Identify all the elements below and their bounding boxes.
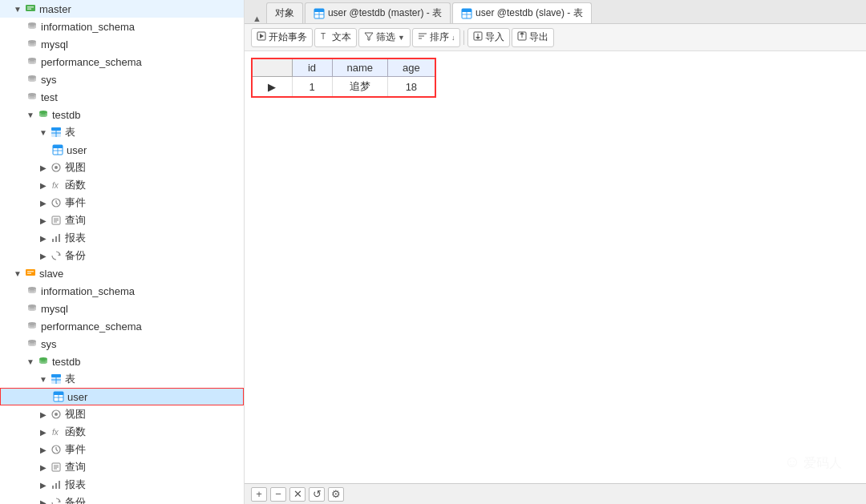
backup-icon-slave bbox=[50, 496, 63, 504]
svg-rect-58 bbox=[55, 483, 57, 489]
col-header-id[interactable]: id bbox=[292, 58, 332, 77]
close-button[interactable]: ✕ bbox=[289, 487, 306, 502]
sidebar-item-slave-performance-schema[interactable]: performance_schema bbox=[0, 317, 244, 335]
tab-object[interactable]: 对象 bbox=[266, 2, 303, 23]
sidebar-item-master-mysql[interactable]: mysql bbox=[0, 35, 244, 53]
remove-row-button[interactable]: − bbox=[270, 487, 286, 502]
sidebar-item-master-test[interactable]: test bbox=[0, 88, 244, 106]
table-row: ▶ 1 追梦 18 bbox=[252, 77, 435, 98]
cell-id-1[interactable]: 1 bbox=[292, 77, 332, 98]
tab-slave-table[interactable]: user @testdb (slave) - 表 bbox=[452, 2, 592, 23]
sidebar-item-master-tables[interactable]: ▼ 表 bbox=[0, 123, 244, 141]
sidebar-item-slave-views[interactable]: ▶ 视图 bbox=[0, 405, 244, 423]
db-icon-4 bbox=[26, 73, 38, 86]
filter-button[interactable]: 筛选 ▼ bbox=[358, 28, 411, 47]
tab-slave-table-label: user @testdb (slave) - 表 bbox=[475, 6, 583, 20]
sidebar-item-slave-sys[interactable]: sys bbox=[0, 335, 244, 353]
col-header-name[interactable]: name bbox=[332, 58, 388, 77]
tab-object-label: 对象 bbox=[275, 6, 294, 20]
master-arrow-icon: ▼ bbox=[13, 4, 22, 14]
begin-transaction-button[interactable]: 开始事务 bbox=[251, 28, 313, 47]
tab-master-table[interactable]: user @testdb (master) - 表 bbox=[305, 2, 451, 23]
master-events-label: 事件 bbox=[65, 196, 86, 210]
import-button[interactable]: 导入 bbox=[467, 28, 510, 47]
tables-icon-slave bbox=[50, 373, 63, 385]
svg-text:T: T bbox=[321, 32, 326, 41]
db-icon-s4 bbox=[26, 337, 38, 350]
svg-rect-14 bbox=[53, 145, 63, 148]
refresh-button[interactable]: ↺ bbox=[309, 487, 325, 502]
text-button[interactable]: T 文本 bbox=[314, 28, 357, 47]
svg-marker-72 bbox=[365, 33, 373, 40]
sidebar-item-slave-mysql[interactable]: mysql bbox=[0, 300, 244, 317]
data-table-wrapper: id name age ▶ 1 追梦 18 bbox=[245, 51, 866, 104]
sidebar-item-slave-functions[interactable]: ▶ fx 函数 bbox=[0, 423, 244, 441]
db-icon-s2 bbox=[26, 302, 38, 315]
master-performance-schema-label: performance_schema bbox=[41, 56, 142, 68]
db-icon-testdb-master bbox=[37, 108, 50, 121]
slave-backup-label: 备份 bbox=[65, 495, 86, 504]
svg-rect-33 bbox=[27, 273, 31, 275]
functions-icon-slave: fx bbox=[50, 425, 63, 438]
remove-icon: − bbox=[275, 488, 281, 500]
sidebar-item-master-backup[interactable]: ▶ 备份 bbox=[0, 247, 244, 264]
sidebar-item-slave-testdb[interactable]: ▼ testdb bbox=[0, 353, 244, 370]
slave-queries-label: 查询 bbox=[65, 460, 86, 474]
master-backup-arrow-icon: ▶ bbox=[38, 251, 48, 260]
slave-backup-arrow-icon: ▶ bbox=[38, 498, 48, 504]
refresh-icon: ↺ bbox=[313, 488, 322, 500]
text-label: 文本 bbox=[332, 30, 351, 44]
cell-age-1[interactable]: 18 bbox=[388, 77, 435, 98]
sidebar-item-slave-reports[interactable]: ▶ 报表 bbox=[0, 476, 244, 494]
export-button[interactable]: 导出 bbox=[512, 28, 554, 47]
add-row-button[interactable]: + bbox=[251, 487, 267, 502]
sidebar-item-master-user[interactable]: user bbox=[0, 141, 244, 159]
sidebar-item-master-information-schema[interactable]: information_schema bbox=[0, 18, 244, 35]
db-icon-5 bbox=[26, 91, 38, 103]
sidebar-item-master-performance-schema[interactable]: performance_schema bbox=[0, 53, 244, 71]
settings-button[interactable]: ⚙ bbox=[328, 487, 344, 502]
sidebar-item-master-sys[interactable]: sys bbox=[0, 71, 244, 88]
tables-icon-master bbox=[50, 126, 63, 139]
svg-point-37 bbox=[28, 340, 36, 343]
sort-label: 排序 bbox=[430, 30, 449, 44]
export-label: 导出 bbox=[529, 30, 548, 44]
master-tables-label: 表 bbox=[65, 125, 75, 139]
tab-slave-table-icon bbox=[461, 8, 472, 19]
reports-icon-master bbox=[50, 232, 63, 244]
svg-marker-30 bbox=[58, 253, 60, 256]
slave-mysql-label: mysql bbox=[41, 303, 68, 315]
toolbar-separator-1 bbox=[463, 30, 464, 45]
sidebar-item-master-queries[interactable]: ▶ 查询 bbox=[0, 212, 244, 229]
sidebar-item-slave-tables[interactable]: ▼ 表 bbox=[0, 370, 244, 388]
master-reports-label: 报表 bbox=[65, 231, 86, 245]
row-arrow-1: ▶ bbox=[252, 77, 292, 98]
master-functions-label: 函数 bbox=[65, 178, 86, 192]
sidebar-item-slave-backup[interactable]: ▶ 备份 bbox=[0, 494, 244, 504]
sidebar-item-master-views[interactable]: ▶ 视图 bbox=[0, 159, 244, 176]
tab-bar: ▲ 对象 user @testdb (master) - 表 user @tes… bbox=[245, 0, 866, 24]
master-sys-label: sys bbox=[41, 74, 57, 86]
master-mysql-label: mysql bbox=[41, 38, 68, 50]
sort-button[interactable]: 排序 ↓ bbox=[412, 28, 461, 47]
col-header-age[interactable]: age bbox=[388, 58, 435, 77]
svg-point-48 bbox=[55, 413, 58, 416]
sidebar-item-master-reports[interactable]: ▶ 报表 bbox=[0, 229, 244, 247]
sidebar-item-slave-information-schema[interactable]: information_schema bbox=[0, 282, 244, 300]
cell-name-1[interactable]: 追梦 bbox=[332, 77, 388, 98]
sidebar-item-slave[interactable]: ▼ slave bbox=[0, 264, 244, 282]
db-icon-s1 bbox=[26, 284, 38, 297]
sidebar-item-master-events[interactable]: ▶ 事件 bbox=[0, 194, 244, 212]
svg-point-6 bbox=[28, 75, 36, 79]
tab-master-table-icon bbox=[314, 8, 325, 19]
master-server-icon bbox=[24, 2, 37, 15]
svg-rect-10 bbox=[51, 127, 61, 131]
sidebar-item-master-testdb[interactable]: ▼ testdb bbox=[0, 106, 244, 123]
sidebar-item-master[interactable]: ▼ master bbox=[0, 0, 244, 18]
sidebar-item-slave-queries[interactable]: ▶ 查询 bbox=[0, 458, 244, 476]
svg-point-8 bbox=[39, 111, 47, 114]
sidebar-item-slave-user[interactable]: user bbox=[0, 388, 244, 405]
svg-rect-40 bbox=[51, 374, 61, 377]
sidebar-item-master-functions[interactable]: ▶ fx 函数 bbox=[0, 176, 244, 194]
sidebar-item-slave-events[interactable]: ▶ 事件 bbox=[0, 441, 244, 458]
